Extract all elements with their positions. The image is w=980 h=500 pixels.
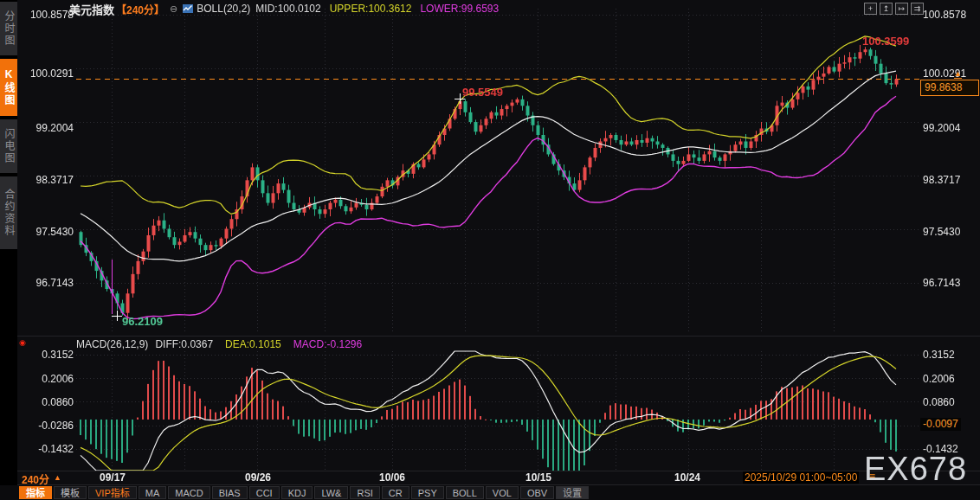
macd-axis-label: -0.1432 xyxy=(21,443,74,455)
boll-params-label: BOLL(20,2) xyxy=(197,3,250,15)
x-axis-date: 10/15 xyxy=(519,471,558,484)
symbol-title: 美元指数 xyxy=(69,1,114,17)
toolbar-cci-button[interactable]: CCI xyxy=(249,486,280,499)
sidebar-tab-time-chart[interactable]: 分时图 xyxy=(0,2,17,55)
macd-axis-label: 0.3152 xyxy=(21,349,74,361)
swing-high-annotation: 99.5549 xyxy=(462,86,503,99)
toolbar-settings-button[interactable]: 设置 xyxy=(556,486,589,499)
toolbar-psy-button[interactable]: PSY xyxy=(411,486,444,499)
toolbar-ma-button[interactable]: MA xyxy=(139,486,167,499)
macd-header: MACD(26,12,9) DIFF:0.0367 DEA:0.1015 MAC… xyxy=(76,338,362,350)
macd-hist-value: MACD:-0.1296 xyxy=(293,338,362,350)
y-axis-label: 100.8578 xyxy=(21,9,74,21)
x-axis-date: 10/24 xyxy=(668,471,706,484)
toolbar-rsi-button[interactable]: RSI xyxy=(350,486,379,499)
axis-scale-right-icon[interactable]: ↦ xyxy=(895,3,908,15)
x-axis-date: 09/26 xyxy=(239,471,277,484)
macd-axis-label: 0.0860 xyxy=(923,396,955,408)
macd-axis-label: 0.2006 xyxy=(923,373,955,385)
period-arrow-icon[interactable]: ▲ xyxy=(54,473,61,482)
toolbar-vip-indicator-button[interactable]: VIP指标 xyxy=(88,486,137,499)
macd-diff-value: DIFF:0.0367 xyxy=(155,338,213,350)
toolbar-indicator-button[interactable]: 指标 xyxy=(19,486,52,499)
toolbar-obv-button[interactable]: OBV xyxy=(520,486,554,499)
chart-type-sidebar: 分时图 K线图 闪电图 合约资料 xyxy=(0,0,17,500)
y-axis-label: 98.3717 xyxy=(21,174,74,186)
sidebar-tab-flash-chart[interactable]: 闪电图 xyxy=(0,119,17,173)
period-selector[interactable]: 240分 xyxy=(22,471,49,486)
y-axis-label: 100.8578 xyxy=(923,9,966,21)
toolbar-macd-button[interactable]: MACD xyxy=(168,486,210,499)
toolbar-template-button[interactable]: 模板 xyxy=(54,486,87,499)
chart-header: 美元指数 【240分】 ⊖ BOLL(20,2) MID:100.0102 UP… xyxy=(69,2,499,16)
y-axis-label: 98.3717 xyxy=(923,174,960,186)
toolbar-bias-button[interactable]: BIAS xyxy=(212,486,248,499)
macd-axis-label: -0.0286 xyxy=(21,420,74,432)
price-up-arrow-icon: ▲ xyxy=(954,69,962,79)
y-axis-label: 96.7143 xyxy=(21,277,74,289)
macd-current-value-badge: -0.0097 xyxy=(920,418,961,431)
watermark: EX678 xyxy=(864,451,967,488)
y-axis-label: 97.5430 xyxy=(21,226,74,238)
x-axis-date: 09/17 xyxy=(93,471,132,484)
low-price-annotation: 96.2109 xyxy=(122,315,163,328)
axis-scale-up-icon[interactable]: ↥ xyxy=(880,3,893,15)
x-axis-date: 10/06 xyxy=(373,471,411,484)
chart-application-window: 分时图 K线图 闪电图 合约资料 ◉ 美元指数 【240分】 ⊖ BOLL(20… xyxy=(0,0,980,500)
collapse-icon[interactable]: ⊖ xyxy=(170,3,177,15)
y-axis-label: 97.5430 xyxy=(923,226,960,238)
y-axis-label: 96.7143 xyxy=(923,277,960,289)
pane-separator xyxy=(17,336,980,337)
boll-lower-value: LOWER:99.6593 xyxy=(420,3,499,15)
macd-dea-value: DEA:0.1015 xyxy=(225,338,281,350)
sidebar-tab-kline-chart[interactable]: K线图 xyxy=(0,59,17,116)
toolbar-vol-button[interactable]: VOL xyxy=(486,486,519,499)
macd-axis-label: 0.0860 xyxy=(21,396,74,408)
indicator-chart-icon xyxy=(183,4,193,13)
axis-expand-icon[interactable]: ⇉ xyxy=(911,3,924,15)
period-label[interactable]: 【240分】 xyxy=(116,2,164,16)
pan-move-icon[interactable]: + xyxy=(864,3,877,15)
macd-axis-label: 0.3152 xyxy=(923,349,955,361)
alert-icon[interactable]: ◉ xyxy=(19,338,26,347)
last-bar-timestamp: 2025/10/29 01:00~05:00 xyxy=(743,471,859,484)
boll-mid-value: MID:100.0102 xyxy=(255,3,320,15)
y-axis-label: 100.0291 xyxy=(21,67,74,80)
high-price-annotation: 100.3599 xyxy=(862,35,909,48)
toolbar-boll-button[interactable]: BOLL xyxy=(446,486,484,499)
toolbar-kdj-button[interactable]: KDJ xyxy=(281,486,313,499)
chart-tool-buttons: + ↥ ↦ ⇉ xyxy=(864,3,924,15)
sidebar-tab-contract-info[interactable]: 合约资料 xyxy=(0,176,17,249)
boll-upper-value: UPPER:100.3612 xyxy=(330,3,412,15)
macd-axis-label: 0.2006 xyxy=(21,373,74,385)
y-axis-label: 99.2004 xyxy=(21,122,74,134)
toolbar-lw-button[interactable]: LW& xyxy=(314,486,348,499)
y-axis-label: 99.2004 xyxy=(923,122,960,134)
current-price-badge: 99.8638 xyxy=(920,80,979,96)
indicator-toolbar: 指标 模板 VIP指标 MA MACD BIAS CCI KDJ LW& RSI… xyxy=(0,485,980,500)
toolbar-cr-button[interactable]: CR xyxy=(382,486,409,499)
chart-canvas[interactable] xyxy=(0,0,980,500)
macd-params-label: MACD(26,12,9) xyxy=(76,338,148,350)
